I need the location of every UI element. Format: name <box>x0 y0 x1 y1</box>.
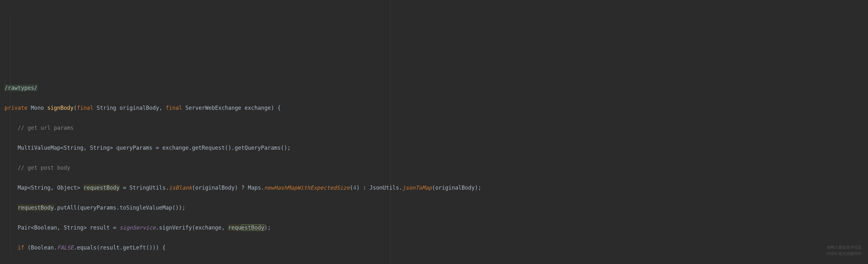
code: .equals(result.getLeft())) { <box>73 244 166 251</box>
code: .putAll(queryParams.toSingleValueMap()); <box>54 205 185 211</box>
comment: // get post body <box>18 164 70 171</box>
var-highlight: requestBody <box>84 184 120 191</box>
type: Mono <box>31 105 44 111</box>
watermark-csdn: CSDN @大鸡腿同学 <box>826 249 862 259</box>
code: (originalBody) ? Maps. <box>192 184 264 191</box>
statement: MultiValueMap<String, String> queryParam… <box>18 144 291 151</box>
code-line[interactable]: /rawtypes/ <box>4 83 868 93</box>
code-line[interactable]: // get url params <box>4 123 868 133</box>
number: 4 <box>353 184 356 191</box>
var-highlight: requestBody <box>18 205 54 211</box>
type: Map<String, Object> <box>18 184 84 191</box>
doc-tag: /rawtypes/ <box>4 85 37 91</box>
code-line[interactable]: private Mono signBody(final String origi… <box>4 103 868 113</box>
code-line[interactable]: MultiValueMap<String, String> queryParam… <box>4 143 868 153</box>
code: .signVerify(exchange, <box>156 225 228 231</box>
var-highlight: requ <box>228 225 241 231</box>
code: ) : JsonUtils. <box>356 184 402 191</box>
code: = StringUtils. <box>120 184 169 191</box>
brace: { <box>274 105 281 111</box>
static-call: jsonToMap <box>403 184 432 191</box>
static-call: isBlank <box>169 184 192 191</box>
code-line[interactable]: Pair<Boolean, String> result = signServi… <box>4 223 868 233</box>
keyword-if: if <box>18 244 24 251</box>
code-line[interactable]: requestBody.putAll(queryParams.toSingleV… <box>4 203 868 213</box>
field: signService <box>120 225 156 231</box>
code-line[interactable]: Object error = ShenyuResultWrap.error(ex… <box>4 263 868 264</box>
code: (Boolean. <box>24 244 57 251</box>
param-name: originalBody <box>120 105 159 111</box>
code-line[interactable]: // get post body <box>4 163 868 173</box>
code: Pair<Boolean, String> result = <box>18 225 120 231</box>
comment: // get url params <box>18 125 73 131</box>
static-call: newHashMapWithExpectedSize <box>265 184 350 191</box>
keyword-final: final <box>77 105 93 111</box>
code: ); <box>265 225 271 231</box>
method-name: signBody <box>47 105 73 111</box>
code: ( <box>350 184 353 191</box>
constant: FALSE <box>57 244 73 251</box>
param-type: ServerWebExchange <box>185 105 241 111</box>
param-name: exchange <box>245 105 271 111</box>
code-line[interactable]: if (Boolean.FALSE.equals(result.getLeft(… <box>4 243 868 253</box>
keyword-private: private <box>4 105 28 111</box>
caret[interactable]: estBody <box>241 225 265 231</box>
code: (originalBody); <box>432 184 482 191</box>
keyword-final: final <box>166 105 182 111</box>
param-type: String <box>97 105 116 111</box>
code-line[interactable]: Map<String, Object> requestBody = String… <box>4 183 868 193</box>
code-editor[interactable]: /rawtypes/ private Mono signBody(final S… <box>4 73 868 264</box>
